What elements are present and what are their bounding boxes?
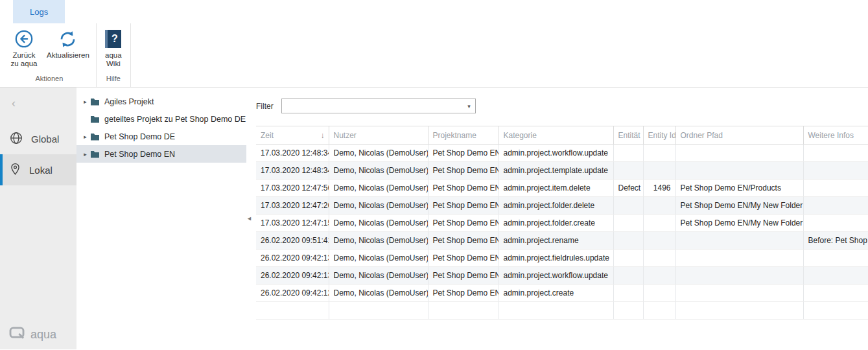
empty-row [256,302,868,320]
table-cell [803,267,868,285]
sidebar: ‹ Global Lokal [0,88,76,349]
column-header-label: Entität [618,131,640,140]
column-header[interactable]: Weitere Infos [803,126,868,145]
back-to-aqua-button[interactable]: Zurück zu aqua [5,25,43,71]
table-row[interactable]: 26.02.2020 09:51:41Demo, Nicolas (DemoUs… [256,232,868,250]
tab-logs[interactable]: Logs [13,0,65,23]
table-row[interactable]: 26.02.2020 09:42:13Demo, Nicolas (DemoUs… [256,267,868,285]
column-header[interactable]: Kategorie [499,126,613,145]
column-header[interactable]: Projektname [428,126,499,145]
tree-item[interactable]: geteiltes Projekt zu Pet Shop Demo DE [76,110,246,128]
panel-splitter[interactable]: ◄ [246,88,252,349]
empty-cell [329,302,428,320]
aqua-wiki-button-label: aqua Wiki [103,51,124,68]
table-row[interactable]: 17.03.2020 12:47:15Demo, Nicolas (DemoUs… [256,215,868,232]
globe-icon [9,131,23,147]
table-cell: 17.03.2020 12:47:15 [256,215,329,232]
table-cell [613,145,643,162]
table-row[interactable]: 17.03.2020 12:47:26Demo, Nicolas (DemoUs… [256,197,868,215]
main-body: ‹ Global Lokal [0,88,868,349]
log-table: Zeit↓NutzerProjektnameKategorieEntitätEn… [256,126,868,320]
table-cell [613,267,643,285]
sidebar-item-label: Global [31,134,59,145]
sidebar-item-lokal[interactable]: Lokal [0,154,76,185]
column-header[interactable]: Entität [613,126,643,145]
table-cell: 26.02.2020 09:51:41 [256,232,329,250]
table-cell: Demo, Nicolas (DemoUser) [329,232,428,250]
table-cell [675,285,803,302]
table-cell [613,197,643,215]
table-cell: admin.project.folder.create [499,215,613,232]
table-cell: admin.project.fieldrules.update [499,250,613,267]
tree-item[interactable]: ▸Pet Shop Demo EN [76,145,246,163]
table-cell: admin.project.template.update [499,162,613,180]
table-cell [643,267,675,285]
aqua-logo: aqua [9,327,56,343]
column-header[interactable]: Zeit↓ [256,126,329,145]
table-cell: Demo, Nicolas (DemoUser) [329,162,428,180]
tab-logs-label: Logs [30,7,48,17]
table-cell: 17.03.2020 12:48:34 [256,162,329,180]
table-row[interactable]: 26.02.2020 09:42:12Demo, Nicolas (DemoUs… [256,285,868,302]
table-cell: Pet Shop Demo EN [428,267,499,285]
table-cell [643,285,675,302]
tree-item[interactable]: ▸Pet Shop Demo DE [76,128,246,145]
empty-cell [428,302,499,320]
question-mark-wiki-icon: ? [105,28,121,50]
table-cell: Pet Shop Demo EN [428,180,499,197]
empty-cell [803,302,868,320]
ribbon: Zurück zu aqua Aktualisieren Aktionen [0,23,868,88]
collapse-panel-icon[interactable]: ◄ [246,215,252,222]
table-cell: 17.03.2020 12:47:26 [256,197,329,215]
table-cell [803,162,868,180]
table-cell: Pet Shop Demo EN [428,285,499,302]
table-cell [803,197,868,215]
refresh-button-label: Aktualisieren [47,51,89,60]
tree-item[interactable]: ▸Agiles Projekt [76,93,246,110]
column-header-label: Projektname [433,131,476,140]
table-cell [803,145,868,162]
refresh-button[interactable]: Aktualisieren [43,25,93,62]
column-header[interactable]: Entity Id [643,126,675,145]
table-cell: 26.02.2020 09:42:12 [256,285,329,302]
ribbon-group-help: ? aqua Wiki Hilfe [97,23,131,87]
table-cell: admin.project.rename [499,232,613,250]
expander-icon[interactable]: ▸ [80,99,90,105]
table-cell: Pet Shop Demo EN/My New Folder [675,197,803,215]
table-cell [803,180,868,197]
refresh-arrows-icon [58,28,77,50]
tree-item-label: Agiles Projekt [104,97,154,106]
sidebar-item-global[interactable]: Global [0,123,76,154]
filter-row: Filter ▾ [256,99,868,113]
aqua-wiki-button[interactable]: ? aqua Wiki [99,25,128,71]
expander-icon[interactable]: ▸ [80,134,90,140]
expander-icon[interactable]: ▸ [80,151,90,158]
column-header[interactable]: Ordner Pfad [675,126,803,145]
ribbon-group-actions: Zurück zu aqua Aktualisieren Aktionen [3,23,97,87]
table-cell: Pet Shop Demo EN [428,197,499,215]
sidebar-collapse-icon[interactable]: ‹ [12,97,25,110]
table-cell: Demo, Nicolas (DemoUser) [329,180,428,197]
table-row[interactable]: 17.03.2020 12:48:34Demo, Nicolas (DemoUs… [256,145,868,162]
table-cell: Pet Shop Demo EN [428,215,499,232]
table-row[interactable]: 26.02.2020 09:42:13Demo, Nicolas (DemoUs… [256,250,868,267]
tree-item-label: Pet Shop Demo EN [104,150,175,159]
table-cell [803,250,868,267]
table-cell: Pet Shop Demo EN/My New Folder [675,215,803,232]
table-row[interactable]: 17.03.2020 12:47:56Demo, Nicolas (DemoUs… [256,180,868,197]
column-header[interactable]: Nutzer [329,126,428,145]
table-cell [643,197,675,215]
table-cell [675,267,803,285]
empty-cell [256,302,329,320]
tree-item-label: geteiltes Projekt zu Pet Shop Demo DE [104,115,246,124]
filter-combobox[interactable]: ▾ [281,99,476,113]
table-row[interactable]: 17.03.2020 12:48:34Demo, Nicolas (DemoUs… [256,162,868,180]
column-header-label: Zeit [261,131,274,140]
folder-icon [90,150,103,158]
ribbon-group-label-actions: Aktionen [5,75,93,87]
table-cell: 1496 [643,180,675,197]
column-header-label: Ordner Pfad [681,131,723,140]
dropdown-arrow-icon[interactable]: ▾ [467,103,471,110]
table-cell: 17.03.2020 12:47:56 [256,180,329,197]
app-window: Logs Zurück zu aqua [0,0,868,350]
